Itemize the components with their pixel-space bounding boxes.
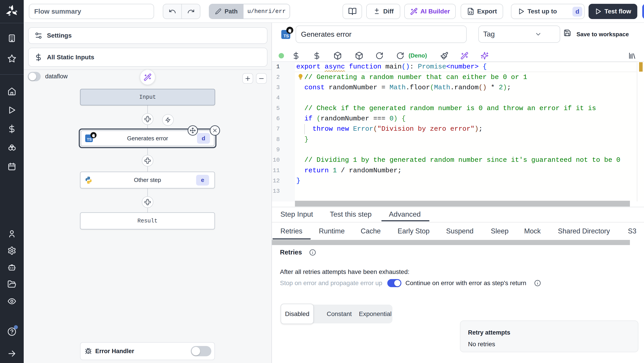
svg-text:TS: TS bbox=[284, 34, 289, 38]
